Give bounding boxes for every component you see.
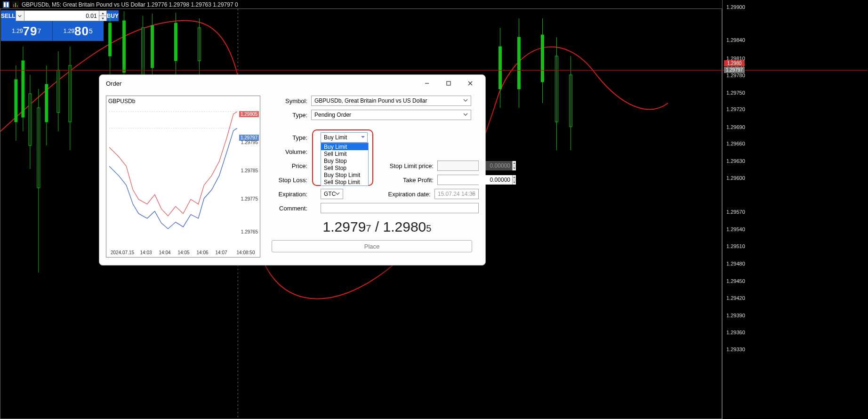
ask-price-bubble: 1.2980 [724,60,745,66]
stoplimit-spinner[interactable] [437,161,479,171]
ask-last: 5 [426,223,431,234]
ask-main: 1.2980 [383,219,426,234]
option-buy-limit[interactable]: Buy Limit [321,143,368,150]
mc-xtick: 2024.07.15 [111,250,134,255]
mini-chart-svg [109,105,237,247]
pending-type-label: Type: [272,134,311,141]
close-button[interactable] [460,77,481,90]
symbol-select[interactable]: GBPUSDb, Great Britain Pound vs US Dolla… [311,96,471,106]
mini-chart: GBPUSDb 1.29805 1.29797 1.29795 1.29785 … [106,96,260,258]
ytick: 1.29720 [726,106,745,112]
option-sell-stop[interactable]: Sell Stop [321,164,368,171]
chevron-down-icon [335,191,340,197]
mini-chart-symbol: GBPUSDb [108,98,135,105]
expiration-value: GTC [324,191,336,197]
ytick: 1.29750 [726,90,745,96]
chart-title-bar: GBPUSDb, M5: Great Britain Pound vs US D… [3,1,238,8]
svg-rect-4 [13,4,14,7]
comment-label: Comment: [272,205,311,212]
bidask-sep: / [371,219,383,234]
ytick: 1.29450 [726,278,745,284]
bid-last: 7 [366,223,371,234]
type-label: Type: [272,112,311,119]
mc-xtick: 14:05 [177,250,189,255]
stoplimit-up[interactable] [513,161,516,166]
chart-type-icon [12,1,19,8]
stoplimit-input [438,161,512,170]
ytick: 1.29660 [726,141,745,146]
volume-label: Volume: [272,148,311,155]
mc-xtick: 14:03 [140,250,152,255]
pending-type-combo[interactable]: Buy Limit Buy Limit Sell Limit Buy Stop … [321,132,368,143]
svg-rect-5 [15,3,16,7]
expdate-value: 15.07.24 14:35 [438,191,475,197]
minimize-button[interactable] [417,77,437,90]
expiration-label: Expiration: [272,191,311,198]
expdate-select[interactable]: 15.07.24 14:35 [434,189,479,199]
symbol-value: GBPUSDb, Great Britain Pound vs US Dolla… [314,97,427,104]
ytick: 1.29480 [726,261,745,266]
chevron-down-icon [361,134,365,141]
mc-xtick: 14:06 [196,250,208,255]
svg-rect-6 [17,5,18,7]
svg-rect-2 [7,2,8,7]
mc-xtick: 14:04 [159,250,170,255]
app-icon [3,1,9,8]
bid-main: 1.2979 [323,219,366,234]
place-button[interactable]: Place [272,240,472,252]
comment-input[interactable] [321,203,479,213]
option-buy-stop[interactable]: Buy Stop [321,157,368,164]
pending-type-value: Buy Limit [324,134,347,141]
option-sell-stop-limit[interactable]: Sell Stop Limit [321,178,368,185]
mc-ytick: 1.29775 [241,196,258,201]
ytick: 1.29330 [726,346,745,352]
svg-rect-1 [4,2,6,7]
takeprofit-spinner[interactable] [437,175,479,185]
mc-xtick: 14:07 [215,250,227,255]
option-buy-stop-limit[interactable]: Buy Stop Limit [321,171,368,178]
bid-price-bubble: 1.29797 [724,67,745,73]
ytick: 1.29510 [726,243,745,249]
dialog-titlebar[interactable]: Order [99,75,485,92]
chart-title-text: GBPUSDb, M5: Great Britain Pound vs US D… [22,1,238,8]
pending-type-dropdown: Buy Limit Sell Limit Buy Stop Sell Stop … [321,143,369,186]
ytick: 1.29630 [726,158,745,164]
price-label: Price: [272,162,311,169]
ytick: 1.29570 [726,209,745,215]
mc-xtick: 14:08:50 [237,250,255,255]
takeprofit-down[interactable] [513,180,516,185]
ytick: 1.29360 [726,330,745,335]
mc-ytick: 1.29785 [241,168,258,173]
ytick: 1.29390 [726,313,745,318]
chevron-down-icon [463,97,468,104]
maximize-button[interactable] [438,77,459,90]
ytick: 1.29540 [726,226,745,232]
order-type-value: Pending Order [314,112,351,118]
svg-rect-45 [447,81,450,85]
chevron-down-icon [471,191,475,197]
dialog-title: Order [106,80,417,87]
symbol-label: Symbol: [272,97,311,105]
takeprofit-input[interactable] [438,175,512,185]
mc-ytick: 1.29765 [241,229,258,234]
ytick: 1.29690 [726,124,745,130]
mc-ytick: 1.29795 [241,140,258,145]
stoplimit-down[interactable] [513,166,516,171]
mini-ask-bubble: 1.29805 [239,111,259,117]
chevron-down-icon [463,112,468,118]
expiration-select[interactable]: GTC [321,189,343,199]
ytick: 1.29780 [726,73,745,78]
expdate-label: Expiration date: [378,191,434,198]
ytick: 1.29420 [726,295,745,301]
takeprofit-label: Take Profit: [381,177,437,184]
bid-ask-display: 1.29797 / 1.29805 [285,219,469,235]
option-sell-limit[interactable]: Sell Limit [321,150,368,157]
stoplimit-label: Stop Limit price: [381,162,437,169]
stoploss-label: Stop Loss: [272,177,311,184]
order-dialog: Order GBPUSDb 1.29805 1.29797 [99,74,486,266]
ytick: 1.29900 [726,4,745,10]
ytick: 1.29840 [726,37,745,43]
order-type-select[interactable]: Pending Order [311,110,471,120]
takeprofit-up[interactable] [513,175,516,180]
ytick: 1.29600 [726,175,745,181]
